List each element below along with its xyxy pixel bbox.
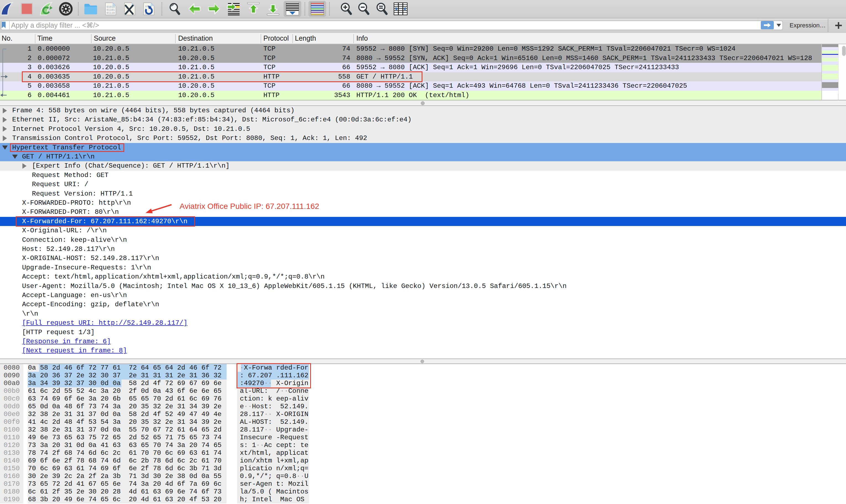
svg-text:01110: 01110 <box>107 12 115 15</box>
svg-text:01101: 01101 <box>107 8 115 12</box>
svg-text:01010: 01010 <box>107 5 115 8</box>
